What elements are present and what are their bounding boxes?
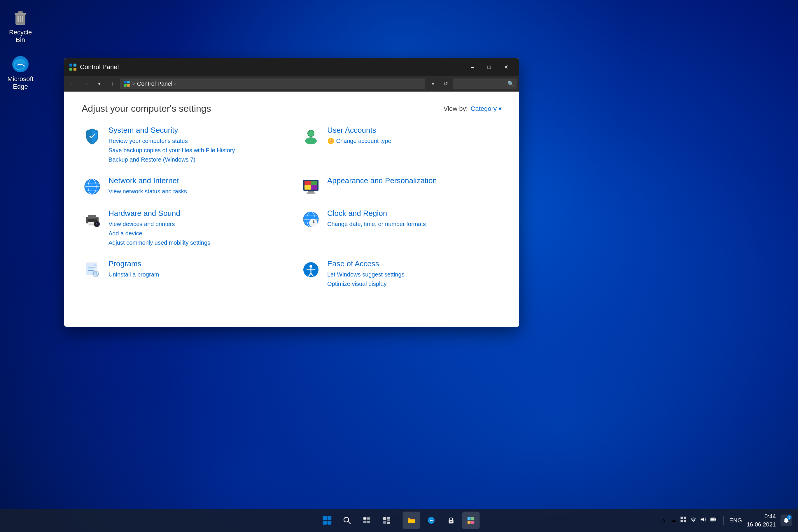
network-internet-title[interactable]: Network and Internet bbox=[109, 176, 283, 185]
programs-title[interactable]: Programs bbox=[109, 259, 283, 268]
svg-rect-1 bbox=[18, 16, 19, 22]
svg-rect-67 bbox=[323, 516, 327, 520]
svg-point-17 bbox=[308, 130, 314, 136]
tray-volume-icon[interactable] bbox=[699, 516, 708, 525]
taskbar-control-panel-button[interactable] bbox=[462, 512, 480, 529]
user-accounts-icon bbox=[300, 126, 321, 147]
svg-rect-34 bbox=[88, 215, 96, 218]
svg-rect-26 bbox=[304, 181, 311, 185]
taskbar-center bbox=[319, 512, 480, 529]
clock-region-link-1[interactable]: Change date, time, or number formats bbox=[327, 220, 502, 228]
svg-rect-33 bbox=[88, 219, 97, 222]
window-controls: – □ ✕ bbox=[464, 58, 514, 76]
search-box[interactable]: 🔍 bbox=[453, 78, 517, 89]
svg-rect-7 bbox=[70, 63, 72, 66]
taskbar: ∧ ☁ bbox=[0, 509, 798, 532]
content-area: Adjust your computer's settings View by:… bbox=[64, 92, 519, 327]
language-indicator[interactable]: ENG bbox=[729, 517, 742, 524]
viewby-value[interactable]: Category ▾ bbox=[471, 105, 502, 113]
refresh-button[interactable]: ↺ bbox=[440, 78, 451, 89]
search-icon[interactable]: 🔍 bbox=[508, 80, 514, 87]
svg-rect-56 bbox=[88, 269, 95, 269]
svg-rect-12 bbox=[127, 81, 130, 83]
clock-date: 16.06.2021 bbox=[747, 520, 776, 529]
svg-rect-92 bbox=[684, 520, 686, 522]
taskbar-clock[interactable]: 0:44 16.06.2021 bbox=[747, 512, 776, 529]
ease-of-access-link-2[interactable]: Optimize visual display bbox=[327, 280, 502, 288]
user-accounts-title[interactable]: User Accounts bbox=[327, 126, 502, 135]
start-button[interactable] bbox=[319, 512, 336, 529]
svg-rect-70 bbox=[327, 520, 331, 525]
tray-network-icon[interactable] bbox=[679, 516, 688, 525]
ease-of-access-content: Ease of Access Let Windows suggest setti… bbox=[327, 259, 502, 289]
hardware-sound-link-3[interactable]: Adjust commonly used mobility settings bbox=[109, 238, 283, 247]
appearance-icon bbox=[300, 176, 321, 197]
tray-cloud[interactable]: ☁ bbox=[669, 516, 678, 524]
up-button[interactable]: ↑ bbox=[107, 78, 118, 89]
tray-wifi-icon[interactable] bbox=[689, 516, 698, 525]
viewby-control: View by: Category ▾ bbox=[444, 105, 502, 113]
path-end-arrow: > bbox=[174, 81, 176, 86]
svg-rect-81 bbox=[387, 522, 390, 524]
svg-rect-27 bbox=[311, 181, 317, 185]
dropdown2-button[interactable]: ▾ bbox=[427, 78, 439, 89]
notification-button[interactable]: 5 bbox=[780, 514, 792, 526]
hardware-sound-link-2[interactable]: Add a device bbox=[109, 229, 283, 238]
tray-chevron[interactable]: ∧ bbox=[659, 516, 668, 524]
file-explorer-button[interactable] bbox=[403, 512, 420, 529]
path-control-panel[interactable]: Control Panel bbox=[137, 80, 172, 87]
svg-rect-37 bbox=[89, 224, 94, 225]
recycle-bin-icon[interactable]: Recycle Bin bbox=[3, 6, 38, 46]
edge-icon[interactable]: Microsoft Edge bbox=[3, 53, 38, 93]
category-hardware-sound: Hardware and Sound View devices and prin… bbox=[82, 209, 283, 248]
network-internet-link-1[interactable]: View network status and tasks bbox=[109, 187, 283, 196]
system-security-link-2[interactable]: Save backup copies of your files with Fi… bbox=[109, 146, 283, 155]
taskbar-edge-button[interactable] bbox=[423, 512, 440, 529]
svg-rect-5 bbox=[18, 12, 23, 13]
programs-link-1[interactable]: Uninstall a program bbox=[109, 270, 283, 279]
clock-region-title[interactable]: Clock and Region bbox=[327, 209, 502, 218]
svg-rect-55 bbox=[88, 267, 96, 267]
search-input[interactable] bbox=[456, 81, 508, 87]
svg-marker-94 bbox=[701, 517, 704, 521]
minimize-button[interactable]: – bbox=[464, 58, 481, 76]
svg-point-84 bbox=[450, 521, 452, 522]
svg-rect-77 bbox=[383, 517, 386, 520]
user-accounts-link-1[interactable]: 🌼 Change account type bbox=[327, 136, 502, 145]
appearance-title[interactable]: Appearance and Personalization bbox=[327, 176, 502, 185]
maximize-button[interactable]: □ bbox=[481, 58, 498, 76]
svg-rect-78 bbox=[387, 517, 390, 518]
svg-rect-13 bbox=[124, 84, 127, 87]
forward-button[interactable]: → bbox=[80, 78, 92, 89]
address-path[interactable]: > Control Panel > bbox=[120, 78, 425, 89]
ease-of-access-title[interactable]: Ease of Access bbox=[327, 259, 502, 268]
svg-rect-29 bbox=[311, 185, 317, 190]
svg-rect-3 bbox=[22, 16, 23, 22]
svg-rect-8 bbox=[74, 63, 76, 66]
svg-line-72 bbox=[348, 521, 350, 524]
system-security-link-3[interactable]: Backup and Restore (Windows 7) bbox=[109, 155, 283, 164]
svg-rect-69 bbox=[323, 520, 327, 525]
close-button[interactable]: ✕ bbox=[498, 58, 514, 76]
ease-of-access-link-1[interactable]: Let Windows suggest settings bbox=[327, 270, 502, 279]
tray-battery-icon[interactable] bbox=[709, 516, 718, 525]
clock-region-icon bbox=[300, 209, 321, 230]
system-security-icon bbox=[82, 126, 103, 147]
svg-rect-96 bbox=[715, 519, 716, 520]
programs-content: Programs Uninstall a program bbox=[109, 259, 283, 280]
category-clock-region: Clock and Region Change date, time, or n… bbox=[300, 209, 502, 248]
svg-rect-79 bbox=[387, 519, 390, 521]
dropdown-button[interactable]: ▾ bbox=[93, 78, 105, 89]
system-security-title[interactable]: System and Security bbox=[109, 126, 283, 135]
svg-rect-11 bbox=[124, 81, 127, 83]
notification-count: 5 bbox=[787, 515, 792, 520]
hardware-sound-link-1[interactable]: View devices and printers bbox=[109, 220, 283, 228]
taskbar-search-button[interactable] bbox=[338, 512, 356, 529]
taskbar-vpn-button[interactable] bbox=[442, 512, 460, 529]
widgets-button[interactable] bbox=[378, 512, 396, 529]
system-security-link-1[interactable]: Review your computer's status bbox=[109, 136, 283, 145]
hardware-sound-title[interactable]: Hardware and Sound bbox=[109, 209, 283, 218]
taskview-button[interactable] bbox=[358, 512, 376, 529]
addressbar: ← → ▾ ↑ > Control Panel > ▾ ↺ 🔍 bbox=[64, 76, 519, 92]
back-button[interactable]: ← bbox=[66, 78, 78, 89]
